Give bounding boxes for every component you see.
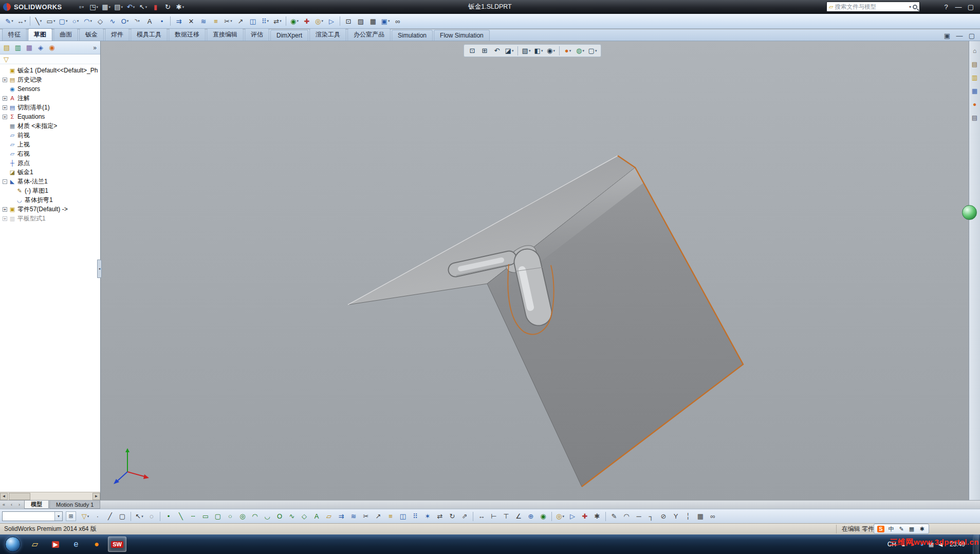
rectangle-tool[interactable]: ▭▾	[45, 16, 57, 27]
tab-office-products[interactable]: 办公室产品	[347, 28, 391, 41]
repair-sketch-button[interactable]: ✚	[579, 511, 590, 522]
dropdown-arrow[interactable]: ▾	[11, 19, 13, 23]
tab-sheet-metal[interactable]: 钣金	[79, 28, 104, 41]
sogou-pen-icon[interactable]: ✎	[897, 525, 906, 533]
dropdown-arrow[interactable]: ▾	[512, 49, 514, 53]
open-button[interactable]: ◳▾	[88, 2, 100, 12]
tab-dimxpert[interactable]: DimXpert	[270, 30, 308, 41]
filter-faces-button[interactable]: ▢	[117, 511, 128, 522]
panel-collapse-handle[interactable]: ◂	[97, 260, 102, 278]
featuremanager-tab[interactable]: ▤	[2, 43, 12, 53]
tree-expand-toggle[interactable]: +	[3, 115, 7, 119]
new-document-button[interactable]: ▫▾	[76, 2, 87, 12]
tab-render-tools[interactable]: 渲染工具	[309, 28, 346, 41]
select-button[interactable]: ↖▾	[138, 2, 149, 12]
rebuild-button[interactable]: ↻	[162, 2, 174, 12]
intersection-curve-button[interactable]: ✕	[186, 16, 197, 27]
tree-item-sketch1[interactable]: ✎ (-) 草图1	[7, 186, 100, 195]
sketch-spline-tool[interactable]: ∿	[286, 511, 298, 522]
tree-expand-toggle[interactable]: -	[3, 179, 7, 184]
tree-item-base-flange[interactable]: - ◣ 基体-法兰1	[0, 177, 100, 186]
sketch-plane-tool[interactable]: ▱	[323, 511, 335, 522]
dropdown-arrow[interactable]: ▾	[96, 5, 98, 9]
dropdown-arrow[interactable]: ▾	[595, 49, 597, 53]
taskbar-internet-explorer-button[interactable]: e	[67, 537, 85, 552]
propertymanager-tab[interactable]: ▥	[13, 43, 23, 53]
tab-evaluate[interactable]: 评估	[245, 28, 269, 41]
tab-mold-tools[interactable]: 模具工具	[131, 28, 168, 41]
offset-entities-button[interactable]: ≡	[385, 511, 396, 522]
tree-expand-toggle[interactable]: +	[3, 78, 7, 82]
tree-item-base-bend[interactable]: ◡ 基体折弯1	[7, 195, 100, 205]
sketch-text-tool[interactable]: A	[311, 511, 322, 522]
mirror-entities-button[interactable]: ◫	[247, 16, 258, 27]
modify-sketch-button[interactable]: ✱	[591, 511, 603, 522]
dropdown-arrow[interactable]: ▾	[127, 19, 129, 23]
line-tool[interactable]: ╲▾	[33, 16, 44, 27]
linear-sketch-pattern-button[interactable]: ⠿	[410, 511, 421, 522]
dropdown-arrow[interactable]: ▾	[133, 5, 135, 9]
split-entities-tool[interactable]: Y	[670, 511, 681, 522]
circle-tool[interactable]: ○▾	[70, 16, 81, 27]
dropdown-arrow[interactable]: ▾	[90, 19, 92, 23]
display-relations-button[interactable]: ◉	[538, 511, 549, 522]
fillet-tool[interactable]: ◝▾	[132, 16, 143, 27]
sketch-rectangle-tool[interactable]: ▭	[200, 511, 211, 522]
tab-motion-study-1[interactable]: Motion Study 1	[49, 501, 100, 509]
file-properties-button[interactable]: ▮	[150, 2, 161, 12]
sketch-circle-tool[interactable]: ○	[225, 511, 236, 522]
dropdown-arrow[interactable]: ▾	[230, 19, 232, 23]
tree-expand-toggle[interactable]: +	[3, 105, 7, 110]
dropdown-arrow[interactable]: ▾	[541, 49, 543, 53]
dropdown-arrow[interactable]: ▾	[388, 19, 390, 23]
restore-button[interactable]: ▢	[965, 2, 976, 12]
arc-tool[interactable]: ◠▾	[82, 16, 94, 27]
taskbar-solidworks-button[interactable]: SW	[108, 537, 126, 552]
dropdown-arrow[interactable]: ▾	[82, 5, 84, 9]
smart-dimension-button[interactable]: ↔	[476, 511, 487, 522]
linear-sketch-pattern-button[interactable]: ⠿▾	[260, 16, 271, 27]
tree-expand-toggle[interactable]: +	[3, 216, 7, 221]
tree-filter-icon[interactable]: ▽	[2, 55, 11, 64]
make-block-button[interactable]: ▣▾	[380, 16, 391, 27]
previous-view-button[interactable]: ↶	[491, 45, 503, 56]
tree-item-sensors[interactable]: ◉ Sensors	[0, 84, 100, 94]
hide-show-items-button[interactable]: ◉▾	[545, 45, 557, 56]
dropdown-arrow[interactable]: ▾	[267, 19, 269, 23]
solidworks-resources-icon[interactable]: ⌂	[970, 46, 979, 56]
arc-segment-tool[interactable]: ◠	[621, 511, 632, 522]
view-orientation-button[interactable]: ▧▾	[521, 45, 532, 56]
filter-vertices-button[interactable]: ·	[92, 511, 103, 522]
document-minimize-button[interactable]: —	[954, 30, 965, 41]
convert-entities-button[interactable]: ⇉	[336, 511, 347, 522]
instant2d-button[interactable]: ⊡	[343, 16, 354, 27]
tree-item-cutlist[interactable]: + ▤ 切割清单(1)	[0, 103, 100, 112]
search-dropdown-arrow[interactable]: ▾	[909, 5, 911, 9]
filter-expand-button[interactable]: ⊞	[66, 511, 76, 521]
offset-entities-button[interactable]: ≡	[210, 16, 221, 27]
edit-appearance-button[interactable]: ●▾	[562, 45, 574, 56]
vertical-dimension-button[interactable]: ⊤	[501, 511, 512, 522]
tab-flow-simulation[interactable]: Flow Simulation	[434, 30, 490, 41]
lasso-select-button[interactable]: ◌	[146, 511, 157, 522]
trim-entities-button[interactable]: ✂	[360, 511, 372, 522]
circular-sketch-pattern-button[interactable]: ✶	[422, 511, 433, 522]
sogou-mode-chinese[interactable]: 中	[886, 525, 896, 533]
horizontal-dimension-button[interactable]: ⊢	[488, 511, 500, 522]
angle-dimension-button[interactable]: ∠	[513, 511, 524, 522]
selection-filter-button[interactable]: ▽▾	[80, 511, 91, 522]
sketch-button[interactable]: ✎▾	[4, 16, 15, 27]
sketch-ellipse-tool[interactable]: O	[274, 511, 285, 522]
panel-horizontal-scrollbar[interactable]: ◄ ►	[0, 492, 100, 500]
tree-item-right-plane[interactable]: ▱ 右视	[0, 149, 100, 158]
undo-button[interactable]: ↶▾	[125, 2, 137, 12]
dropdown-arrow[interactable]: ▾	[53, 19, 56, 23]
move-entities-button[interactable]: ⇄	[434, 511, 446, 522]
dropdown-arrow[interactable]: ▾	[77, 19, 79, 23]
search-magnifier-icon[interactable]	[913, 5, 917, 9]
displaymanager-tab[interactable]: ◉	[47, 43, 57, 53]
display-delete-relations-button[interactable]: ◉▾	[289, 16, 300, 27]
add-relation-button[interactable]: ⊕	[525, 511, 537, 522]
dropdown-arrow[interactable]: ▾	[24, 19, 26, 23]
polygon-tool[interactable]: ◇	[95, 16, 106, 27]
